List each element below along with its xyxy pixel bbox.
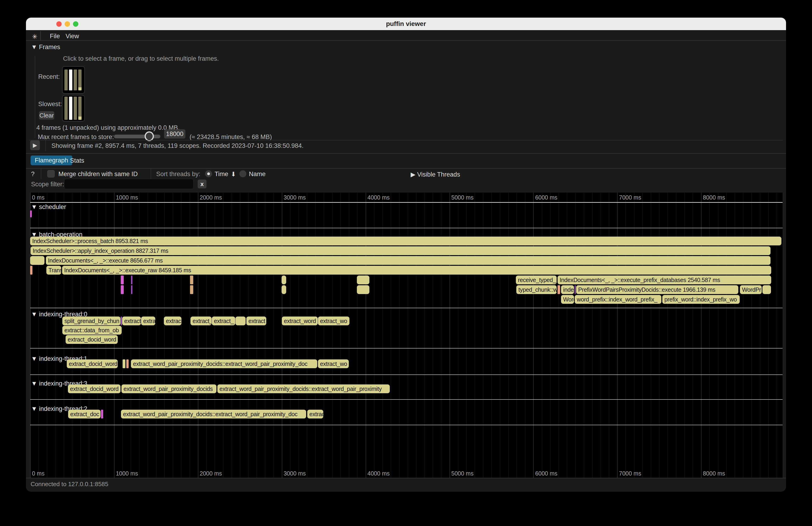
scope-bar[interactable] (763, 285, 771, 294)
scope-bar[interactable]: index (561, 285, 574, 294)
max-frames-value[interactable]: 18000 (164, 129, 185, 138)
clear-button[interactable]: Clear (39, 111, 54, 120)
radio-dot (207, 172, 210, 175)
menu-view[interactable]: View (66, 33, 79, 40)
scope-bar[interactable] (190, 276, 193, 284)
statusbar-divider (26, 478, 786, 478)
scope-bar[interactable]: typed_chunk::w (516, 285, 556, 294)
scope-bar[interactable] (557, 285, 560, 294)
scope-bar[interactable]: extrac (164, 317, 182, 325)
max-frames-note: (≈ 23428.5 minutes, ≈ 68 MB) (190, 133, 272, 141)
scope-bar[interactable] (121, 276, 124, 284)
menu-file[interactable]: File (50, 33, 60, 40)
recent-frames-thumbnail[interactable] (62, 66, 85, 93)
scope-bar[interactable] (122, 360, 125, 368)
scope-bar[interactable]: IndexDocuments<_, _>::execute 8656.677 m… (46, 256, 770, 265)
tab-flamegraph[interactable]: Flamegraph (31, 156, 72, 165)
status-text: Connected to 127.0.0.1:8585 (31, 481, 108, 488)
clear-filter-button[interactable]: x (198, 179, 206, 188)
window-title: puffin viewer (26, 20, 786, 28)
scope-bar[interactable]: IndexDocuments<_, _>::execute_raw 8459.1… (62, 266, 771, 275)
theme-toggle-icon[interactable]: ✳ (32, 33, 37, 41)
scope-bar[interactable]: extract (122, 317, 141, 325)
slowest-frame-bar[interactable] (69, 97, 72, 120)
recent-frame-bar[interactable] (64, 70, 68, 90)
slowest-frames-thumbnail[interactable] (62, 95, 85, 121)
scope-bar[interactable] (281, 276, 286, 284)
scope-bar[interactable] (575, 285, 576, 294)
sort-threads-label: Sort threads by: (156, 171, 201, 178)
frame-info: Showing frame #2, 8957.4 ms, 7 threads, … (52, 142, 304, 149)
tab-stats[interactable]: Stats (70, 157, 84, 164)
scope-bar[interactable]: prefix_word::index_prefix_wo (662, 295, 740, 304)
merge-children-checkbox[interactable] (47, 170, 55, 177)
scope-bar[interactable]: IndexScheduler>::apply_index_operation 8… (31, 246, 770, 255)
slowest-frame-bar[interactable] (78, 97, 82, 120)
play-separator (45, 139, 46, 151)
menu-separator (40, 31, 41, 40)
help-button[interactable]: ? (31, 171, 34, 178)
scope-bar[interactable] (101, 410, 103, 419)
scope-bar[interactable]: extract_wo (318, 360, 349, 368)
sort-time-label: Time (215, 171, 228, 178)
scope-bar[interactable]: Word (561, 295, 574, 304)
menu-divider (26, 40, 786, 41)
scope-bar[interactable]: receive_typed_ (516, 276, 556, 284)
scope-bar[interactable]: extract_word_pair_proximity_docids::extr… (121, 410, 306, 419)
sort-name-radio[interactable] (240, 170, 246, 177)
scope-bar[interactable]: split_grenad_by_chun (62, 317, 120, 325)
sort-name-label: Name (249, 171, 265, 178)
scope-bar[interactable]: word_prefix::index_word_prefix_ (575, 295, 662, 304)
scope-bar[interactable]: PrefixWordPairsProximityDocids::execute … (576, 285, 738, 294)
scope-bar[interactable]: extract_wo (318, 317, 349, 325)
scope-bar[interactable]: extract (246, 317, 266, 325)
scope-bar[interactable]: extract_doc (68, 410, 101, 419)
scope-bar[interactable]: IndexDocuments<_, _>::execute_prefix_dat… (557, 276, 771, 284)
thread-header-scheduler[interactable]: ▼ scheduler (31, 203, 66, 210)
scope-bar[interactable]: extract_docid_word (67, 360, 118, 368)
scope-bar[interactable] (30, 266, 32, 275)
scope-bar[interactable]: extrac (307, 410, 323, 419)
scope-bar[interactable] (281, 285, 286, 294)
scope-bar[interactable]: extract_docid_word (68, 384, 120, 393)
play-button[interactable]: ▶ (30, 141, 40, 150)
recent-frame-bar[interactable] (69, 70, 72, 90)
sort-time-radio[interactable] (205, 170, 212, 177)
scope-bar[interactable] (357, 285, 369, 294)
scope-bar[interactable] (357, 276, 369, 284)
scope-bar[interactable] (126, 360, 129, 368)
scope-bar[interactable] (30, 256, 44, 265)
scope-bar[interactable] (131, 285, 132, 294)
controls-separator (150, 169, 151, 179)
max-frames-slider-knob[interactable] (145, 131, 154, 141)
scope-bar[interactable] (190, 285, 193, 294)
scope-bar[interactable]: extract_docid_word (66, 335, 118, 344)
scope-bar[interactable]: extract_word_pair_proximity_docids::extr… (131, 360, 317, 368)
frames-collapsible-header[interactable]: ▼ Frames (31, 44, 60, 51)
slowest-frame-bar[interactable] (64, 97, 68, 120)
slowest-frame-bar[interactable] (74, 97, 77, 120)
scope-bar[interactable] (235, 317, 246, 325)
flamegraph-canvas[interactable] (30, 192, 783, 478)
controls-separator (41, 169, 41, 179)
scope-bar[interactable]: Trans (46, 266, 61, 275)
scope-bar[interactable]: WordPr (740, 285, 762, 294)
recent-frame-bar[interactable] (78, 70, 82, 90)
visible-threads-collapsible-header[interactable]: ▶ Visible Threads (411, 171, 460, 178)
scope-bar[interactable]: extract_word_pair_proximity_docids (121, 384, 216, 393)
scope-bar[interactable]: extract_word_pair_proximity_docids::extr… (217, 384, 390, 393)
scope-bar[interactable]: extra (141, 317, 155, 325)
sort-descending-arrow-icon[interactable]: ⬇ (231, 171, 236, 178)
scope-bar[interactable] (121, 317, 122, 325)
scope-bar[interactable]: extract_ (212, 317, 235, 325)
scope-bar[interactable]: extract_ (190, 317, 212, 325)
divider (26, 168, 786, 169)
scope-bar[interactable]: extract_word (282, 317, 318, 325)
scope-bar[interactable]: IndexScheduler>::process_batch 8953.821 … (30, 237, 781, 245)
scope-bar[interactable] (30, 210, 32, 217)
scope-filter-input[interactable] (64, 179, 193, 189)
recent-frame-bar[interactable] (74, 70, 77, 90)
scope-bar[interactable] (131, 276, 132, 284)
scope-bar[interactable] (121, 285, 124, 294)
scope-bar[interactable]: extract::data_from_ob (62, 326, 122, 335)
